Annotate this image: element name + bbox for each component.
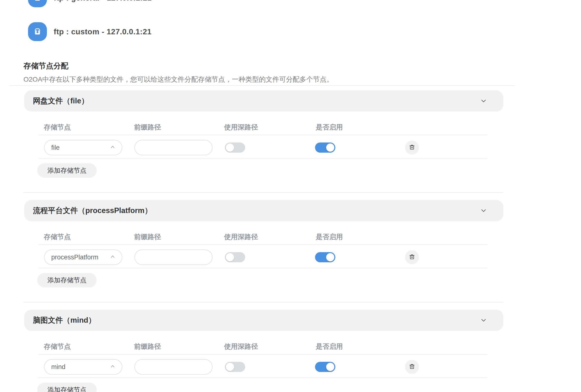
add-storage-node-button[interactable]: 添加存储节点 <box>37 273 97 287</box>
storage-node-select[interactable]: mind <box>44 359 122 375</box>
toggle-knob <box>326 144 334 152</box>
storage-section-mind: 脑图文件（mind） 存储节点 前缀路径 使用深路径 是否启用 mind <box>0 310 581 392</box>
add-storage-node-button[interactable]: 添加存储节点 <box>37 383 97 392</box>
panel-title: 网盘文件（file） <box>33 96 89 106</box>
trash-icon <box>408 144 416 152</box>
storage-node-select[interactable]: processPlatform <box>44 249 122 265</box>
delete-row-button[interactable] <box>405 250 419 264</box>
column-header-prefix: 前缀路径 <box>134 342 161 351</box>
divider <box>24 192 504 193</box>
prefix-path-input[interactable] <box>134 249 212 265</box>
chevron-up-icon <box>109 363 116 371</box>
table-row-divider <box>38 268 488 268</box>
table-header-divider <box>38 244 488 245</box>
column-header-enabled: 是否启用 <box>316 342 343 351</box>
page-description: O2OA中存在以下多种类型的文件，您可以给这些文件分配存储节点，一种类型的文件可… <box>24 75 334 84</box>
ftp-node-label: ftp : general - 127.0.0.1:21 <box>54 0 152 2</box>
column-header-prefix: 前缀路径 <box>134 123 161 132</box>
table-row-divider <box>38 378 488 378</box>
column-header-node: 存储节点 <box>44 123 71 132</box>
column-header-node: 存储节点 <box>44 232 71 241</box>
panel-title: 流程平台文件（processPlatform） <box>33 205 152 216</box>
storage-node-select[interactable]: file <box>44 140 122 155</box>
delete-row-button[interactable] <box>405 360 419 374</box>
table-row-divider <box>38 158 488 159</box>
toggle-knob <box>326 253 334 261</box>
column-header-node: 存储节点 <box>44 342 71 351</box>
storage-archive-icon <box>28 22 47 41</box>
divider <box>24 302 504 302</box>
trash-icon <box>408 253 416 261</box>
deep-path-toggle[interactable] <box>225 362 245 372</box>
chevron-down-icon <box>480 316 488 324</box>
trash-icon <box>408 363 416 371</box>
panel-header-file[interactable]: 网盘文件（file） <box>24 90 504 112</box>
deep-path-toggle[interactable] <box>225 143 245 153</box>
storage-section-file: 网盘文件（file） 存储节点 前缀路径 使用深路径 是否启用 file <box>0 90 581 200</box>
ftp-node-item[interactable]: ftp : custom - 127.0.0.1:21 <box>28 22 152 41</box>
deep-path-toggle[interactable] <box>225 252 245 262</box>
toggle-knob <box>226 363 234 371</box>
prefix-path-input[interactable] <box>134 359 212 375</box>
add-storage-node-button[interactable]: 添加存储节点 <box>37 163 97 178</box>
ftp-node-item[interactable]: ftp : general - 127.0.0.1:21 <box>28 0 152 7</box>
storage-archive-icon <box>28 0 47 7</box>
delete-row-button[interactable] <box>405 141 419 155</box>
storage-settings-page: ftp : general - 127.0.0.1:21 ftp : custo… <box>0 0 581 392</box>
panel-title: 脑图文件（mind） <box>33 315 96 325</box>
panel-header-mind[interactable]: 脑图文件（mind） <box>24 310 504 331</box>
column-header-enabled: 是否启用 <box>316 123 343 132</box>
table-header-divider <box>38 354 488 355</box>
toggle-knob <box>326 363 334 371</box>
divider <box>10 85 515 86</box>
enabled-toggle[interactable] <box>315 143 335 153</box>
page-title: 存储节点分配 <box>24 61 68 71</box>
toggle-knob <box>226 253 234 261</box>
ftp-node-label: ftp : custom - 127.0.0.1:21 <box>54 27 152 36</box>
storage-node-select-value: mind <box>51 363 66 371</box>
column-header-enabled: 是否启用 <box>316 232 343 241</box>
chevron-down-icon <box>480 207 488 214</box>
storage-node-select-value: processPlatform <box>51 254 98 261</box>
column-header-deep-path: 使用深路径 <box>224 232 258 241</box>
storage-section-process-platform: 流程平台文件（processPlatform） 存储节点 前缀路径 使用深路径 … <box>0 200 581 310</box>
chevron-down-icon <box>480 97 488 105</box>
storage-node-select-value: file <box>51 144 60 152</box>
column-header-deep-path: 使用深路径 <box>224 342 258 351</box>
panel-header-process-platform[interactable]: 流程平台文件（processPlatform） <box>24 200 504 221</box>
toggle-knob <box>226 144 234 152</box>
chevron-up-icon <box>109 253 116 261</box>
column-header-prefix: 前缀路径 <box>134 232 161 241</box>
enabled-toggle[interactable] <box>315 252 335 262</box>
table-header-divider <box>38 135 488 135</box>
column-header-deep-path: 使用深路径 <box>224 123 258 132</box>
enabled-toggle[interactable] <box>315 362 335 372</box>
prefix-path-input[interactable] <box>134 140 212 155</box>
chevron-up-icon <box>109 144 116 152</box>
